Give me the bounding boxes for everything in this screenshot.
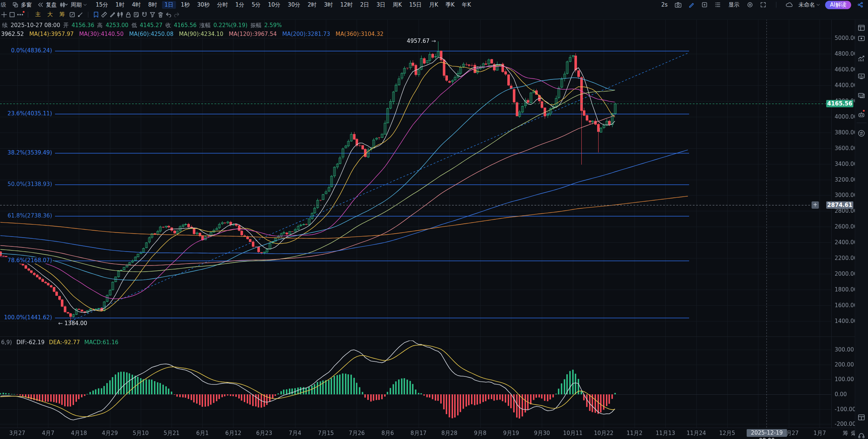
layout-split-icon[interactable]	[857, 413, 865, 421]
ma-values-row: 3962.52 MA(14):3957.97MA(30):4140.50MA(6…	[1, 31, 383, 37]
close-value: 4165.56	[174, 22, 196, 29]
big-chart-button[interactable]: 大	[47, 11, 53, 18]
timeframe-15日[interactable]: 15日	[407, 1, 424, 9]
timeframe-年K[interactable]: 年K	[459, 1, 474, 9]
toolbar-right-group: 2s 显示 未命名 AI解读	[660, 1, 868, 9]
camera-icon[interactable]	[674, 1, 682, 9]
target-date-badge[interactable]: 2025-12-19 08:00	[747, 429, 787, 437]
timeframe-分时[interactable]: 分时	[214, 1, 231, 9]
ma-partial-value: 3962.52	[1, 31, 24, 37]
target-icon[interactable]	[746, 1, 754, 9]
etf-icon[interactable]: ETF	[857, 91, 865, 99]
multi-window-icon[interactable]	[11, 1, 19, 9]
chart-canvas[interactable]	[0, 0, 868, 439]
replay-button[interactable]: 复盘	[36, 1, 57, 9]
ma-legend-4: MA(120):3967.54	[229, 31, 277, 37]
customer-service-icon[interactable]	[857, 432, 865, 439]
timeframe-10分[interactable]: 10分	[265, 1, 283, 9]
magnet-icon[interactable]	[140, 11, 148, 19]
speed-button[interactable]: 2s	[661, 1, 667, 8]
indicator-list-icon[interactable]	[714, 1, 722, 9]
trend-up-icon[interactable]	[857, 55, 865, 63]
amplitude-label: 振幅	[250, 22, 261, 29]
low-price-text: 1384.00	[65, 320, 87, 327]
main-chart-button[interactable]: 主	[35, 11, 41, 18]
redo-icon[interactable]	[173, 11, 181, 19]
fib-level-label-0: 0.0%(4836.24)	[0, 47, 53, 54]
timeframe-3时[interactable]: 3时	[321, 1, 336, 9]
crosshair-cursor-icon[interactable]	[0, 11, 8, 19]
timeframe-30分[interactable]: 30分	[285, 1, 303, 9]
period-button[interactable]: 周期	[71, 1, 87, 8]
timeframe-2日[interactable]: 2日	[357, 1, 372, 9]
note-edit-icon[interactable]	[132, 11, 140, 19]
lock-icon[interactable]	[124, 11, 132, 19]
divider	[88, 12, 88, 18]
candle-style-icon[interactable]	[60, 1, 68, 9]
filter-funnel-icon[interactable]	[148, 11, 157, 19]
ma-legend-1: MA(30):4140.50	[79, 31, 124, 37]
alert-price-badge[interactable]: 2874.61	[826, 201, 853, 209]
dif-value: DIF:-62.19	[16, 339, 45, 346]
display-settings-button[interactable]: 显示	[728, 1, 739, 8]
rectangle-tool-icon[interactable]	[8, 11, 16, 19]
macd-params-partial: 6,9)	[1, 339, 12, 346]
panel-layout-icon[interactable]	[857, 24, 865, 32]
share-icon[interactable]	[856, 1, 864, 9]
low-price-annotation: ← 1384.00	[58, 320, 87, 327]
fib-level-label-6: 100.0%(1441.62)	[0, 314, 53, 321]
timeframe-8时[interactable]: 8时	[146, 1, 160, 9]
trash-icon[interactable]	[157, 11, 165, 19]
ai-analysis-button[interactable]: AI解读	[825, 1, 851, 9]
timeframe-15分[interactable]: 15分	[93, 1, 111, 9]
fib-level-label-4: 61.8%(2738.36)	[0, 212, 53, 219]
pattern-candles-icon[interactable]	[116, 11, 124, 19]
chart-monitor-icon[interactable]	[857, 72, 865, 80]
timeframe-月K[interactable]: 月K	[426, 1, 441, 9]
fib-level-label-5: 78.6%(2168.07)	[0, 257, 53, 264]
chips-distribution-button[interactable]: 筹	[843, 430, 848, 437]
fullscreen-icon[interactable]	[759, 1, 767, 9]
timeframe-4时[interactable]: 4时	[129, 1, 144, 9]
pencil-icon[interactable]	[687, 1, 695, 9]
macd-value: MACD:61.16	[84, 339, 118, 346]
ma-legend-6: MA(360):3104.32	[336, 31, 384, 37]
timeframe-5分[interactable]: 5分	[249, 1, 263, 9]
more-tools-icon[interactable]	[16, 11, 24, 19]
timeframe-30秒[interactable]: 30秒	[195, 1, 212, 9]
cloud-icon[interactable]	[785, 1, 793, 9]
timeframe-1日[interactable]: 1日	[162, 1, 176, 9]
timeframe-1秒[interactable]: 1秒	[178, 1, 192, 9]
convert-icon[interactable]	[857, 129, 865, 137]
ai-robot-icon[interactable]	[857, 110, 865, 118]
brush-icon[interactable]	[76, 11, 84, 19]
layout-name-button[interactable]: 未命名	[798, 1, 820, 8]
wallet-icon[interactable]	[857, 34, 865, 42]
timeframe-1分[interactable]: 1分	[233, 1, 247, 9]
timeframe-12时[interactable]: 12时	[338, 1, 355, 9]
timeframe-2时[interactable]: 2时	[305, 1, 319, 9]
macd-values-row: 6,9) DIF:-62.19 DEA:-92.77 MACD:61.16	[1, 339, 118, 346]
amplitude-value: 2.59%	[264, 22, 282, 29]
level-partial-label: 级	[1, 1, 6, 8]
timeframe-季K[interactable]: 季K	[443, 1, 457, 9]
low-label: 低	[131, 22, 137, 29]
add-alert-button[interactable]: +	[812, 201, 819, 209]
fib-level-label-2: 38.2%(3539.49)	[0, 149, 53, 156]
edit-square-icon[interactable]	[68, 11, 76, 19]
timeframe-3日[interactable]: 3日	[374, 1, 388, 9]
ruler-icon[interactable]	[100, 11, 108, 19]
pen-tool-icon[interactable]	[108, 11, 116, 19]
timeframe-1时[interactable]: 1时	[113, 1, 127, 9]
multi-window-button[interactable]: 多窗	[21, 1, 32, 8]
timeframe-周K[interactable]: 周K	[390, 1, 404, 9]
ma-legend-0: MA(14):3957.97	[29, 31, 74, 37]
bar-datetime: 2025-10-27 08:00	[11, 22, 60, 29]
undo-icon[interactable]	[165, 11, 173, 19]
main-toolbar: 级 多窗 复盘 周期 15分1时4时8时1日1秒30秒分时1分5分10分30分2…	[0, 0, 868, 10]
right-arrow: →	[431, 38, 436, 44]
ma-legend-3: MA(90):4234.10	[179, 31, 223, 37]
add-pane-icon[interactable]	[700, 1, 709, 9]
bookmark-icon[interactable]	[92, 11, 100, 19]
chips-button[interactable]: 筹	[59, 11, 65, 18]
